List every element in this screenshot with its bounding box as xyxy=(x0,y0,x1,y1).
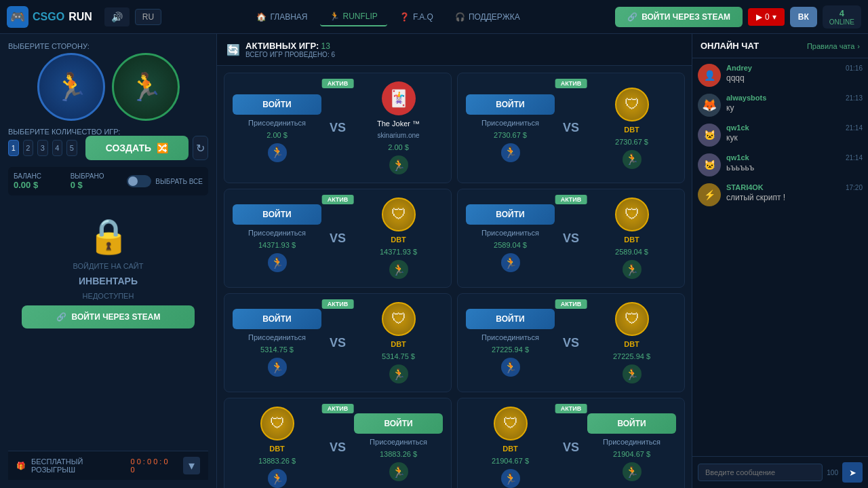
dbt-shield-7: 🛡 xyxy=(260,407,294,440)
join-btn-8r[interactable]: ВОЙТИ xyxy=(587,413,676,434)
youtube-button[interactable]: ▶ 0 ▾ xyxy=(748,8,785,26)
aktiv-badge-2: АКТИВ xyxy=(555,79,587,88)
nav-support[interactable]: 🎧 ПОДДЕРЖКА xyxy=(446,8,530,26)
left-sidebar: ВЫБЕРИТЕ СТОРОНУ: 🏃 🏃 ВЫБЕРИТЕ КОЛИЧЕСТВ… xyxy=(0,34,217,488)
chevron-right-icon: › xyxy=(857,42,860,50)
dbt-amount-5: 5314.75 $ xyxy=(382,352,415,360)
join-btn-1[interactable]: ВОЙТИ xyxy=(233,94,321,115)
join-amount-3: Присоединиться xyxy=(248,229,306,237)
game-card-3: АКТИВ ВОЙТИ Присоединиться 14371.93 $ 🏃 … xyxy=(224,189,452,288)
chat-message-2: 🦊 alwaysbots 21:13 ку xyxy=(698,94,863,117)
chat-rules-link[interactable]: Правила чата › xyxy=(807,42,860,50)
dbt-amount-6: 27225.94 $ xyxy=(613,352,650,360)
online-counter: 4 ONLINE xyxy=(823,5,861,29)
chat-username-4: qw1ck xyxy=(726,153,749,162)
count-btn-1[interactable]: 1 xyxy=(8,140,19,156)
player-icon-3r: 🏃 xyxy=(389,260,408,279)
main-layout: ВЫБЕРИТЕ СТОРОНУ: 🏃 🏃 ВЫБЕРИТЕ КОЛИЧЕСТВ… xyxy=(0,34,868,488)
send-button[interactable]: ➤ xyxy=(842,462,863,483)
logo-text: CSGO xyxy=(33,11,64,23)
count-btn-2[interactable]: 2 xyxy=(23,140,34,156)
lang-button[interactable]: RU xyxy=(135,9,161,25)
chat-time-1: 01:16 xyxy=(846,64,863,72)
join-value-6: 27225.94 $ xyxy=(492,345,529,354)
chat-input[interactable] xyxy=(698,464,823,481)
chat-message-4: 🐱 qw1ck 21:14 ьъьъьъ xyxy=(698,153,863,176)
steam-login-button[interactable]: 🔗 ВОЙТИ ЧЕРЕЗ STEAM xyxy=(615,7,743,27)
chat-msg-content-4: qw1ck 21:14 ьъьъьъ xyxy=(726,153,863,176)
side-choice: 🏃 🏃 xyxy=(8,53,208,121)
join-btn-7r[interactable]: ВОЙТИ xyxy=(354,413,443,434)
create-button[interactable]: СОЗДАТЬ 🔀 xyxy=(85,136,189,160)
avatar-joker: 🃏 xyxy=(382,81,416,115)
side-blue-btn[interactable]: 🏃 xyxy=(37,53,105,121)
aktiv-badge-4: АКТИВ xyxy=(555,195,587,204)
chat-time-2: 21:13 xyxy=(846,94,863,102)
chat-text-3: кук xyxy=(726,133,863,143)
chat-time-4: 21:14 xyxy=(846,154,863,162)
dbt-shield-6: 🛡 xyxy=(615,302,649,336)
join-btn-4[interactable]: ВОЙТИ xyxy=(466,204,555,225)
player-icon-5: 🏃 xyxy=(268,358,287,377)
join-amount-6: Присоединиться xyxy=(481,333,539,341)
player-icon-1r: 🏃 xyxy=(389,155,408,174)
player-icon-6r: 🏃 xyxy=(623,364,642,383)
nav-faq[interactable]: ❓ F.A.Q xyxy=(390,8,443,26)
player-icon-7r: 🏃 xyxy=(389,462,408,481)
inventory-sub: НЕДОСТУПЕН xyxy=(83,292,134,300)
avatar-name-1: The Joker ™ xyxy=(377,119,420,128)
count-btn-5[interactable]: 5 xyxy=(66,140,77,156)
player-icon-4: 🏃 xyxy=(501,253,520,272)
main-nav: 🏠 ГЛАВНАЯ 🏃 RUNFLIP ❓ F.A.Q 🎧 ПОДДЕРЖКА xyxy=(167,7,610,26)
send-icon: ➤ xyxy=(849,468,856,478)
join-btn-2[interactable]: ВОЙТИ xyxy=(466,94,555,115)
select-all-toggle[interactable] xyxy=(127,175,151,187)
game-right-2: 🛡 DBT 2730.67 $ 🏃 xyxy=(587,88,676,169)
chat-message-1: 👤 Andrey 01:16 qqqq xyxy=(698,64,863,87)
join-value-5: 5314.75 $ xyxy=(260,345,294,354)
refresh-center-icon: 🔄 xyxy=(226,43,240,56)
game-count-label: ВЫБЕРИТЕ КОЛИЧЕСТВО ИГР: xyxy=(8,128,208,136)
chat-username-1: Andrey xyxy=(726,64,752,72)
toggle-knob xyxy=(128,176,138,186)
join-btn-5[interactable]: ВОЙТИ xyxy=(233,309,321,329)
nav-home[interactable]: 🏠 ГЛАВНАЯ xyxy=(247,8,317,26)
runner-blue-icon: 🏃 xyxy=(54,71,88,103)
count-btn-3[interactable]: 3 xyxy=(37,140,48,156)
count-btn-4[interactable]: 4 xyxy=(52,140,63,156)
nav-runflip[interactable]: 🏃 RUNFLIP xyxy=(320,7,387,26)
vs-1: VS xyxy=(327,121,349,135)
chat-msg-content-1: Andrey 01:16 qqqq xyxy=(726,64,863,87)
side-green-btn[interactable]: 🏃 xyxy=(112,53,180,121)
sound-button[interactable]: 🔊 xyxy=(104,7,130,26)
dbt-shield-5: 🛡 xyxy=(382,302,416,336)
player-icon-7: 🏃 xyxy=(268,469,287,488)
choose-side-section: ВЫБЕРИТЕ СТОРОНУ: 🏃 🏃 xyxy=(8,42,208,121)
vs-7: VS xyxy=(327,440,349,455)
login-steam-button[interactable]: 🔗 ВОЙТИ ЧЕРЕЗ STEAM xyxy=(22,305,195,329)
join-btn-3[interactable]: ВОЙТИ xyxy=(233,204,321,225)
chat-msg-header-5: STARI4OK 17:20 xyxy=(726,183,863,191)
chat-msg-header-2: alwaysbots 21:13 xyxy=(726,94,863,102)
giveaway-collapse-btn[interactable]: ▾ xyxy=(183,457,200,474)
top-navigation: 🎮 CSGORUN 🔊 RU 🏠 ГЛАВНАЯ 🏃 RUNFLIP ❓ F.A… xyxy=(0,0,868,34)
game-right-1: 🃏 The Joker ™ skinarium.one 2.00 $ 🏃 xyxy=(354,81,443,174)
chat-avatar-5: ⚡ xyxy=(698,183,721,206)
chat-time-3: 21:14 xyxy=(846,124,863,132)
chat-title: ОНЛАЙН ЧАТ xyxy=(701,41,759,51)
game-card-4: АКТИВ ВОЙТИ Присоединиться 2589.04 $ 🏃 V… xyxy=(457,189,685,288)
chat-msg-header-3: qw1ck 21:14 xyxy=(726,124,863,132)
balance-section: БАЛАНС 0.00 $ ВЫБРАНО 0 $ ВЫБРАТЬ ВСЕ xyxy=(8,167,208,195)
lock-icon: 🔒 xyxy=(88,216,129,257)
steam-icon: 🔗 xyxy=(627,12,637,22)
dbt-label-3: DBT xyxy=(391,236,406,244)
dbt-label-6: DBT xyxy=(624,340,639,348)
game-right-5: 🛡 DBT 5314.75 $ 🏃 xyxy=(354,302,443,383)
inventory-hint: ВОЙДИТЕ НА САЙТ xyxy=(73,262,144,270)
refresh-button[interactable]: ↻ xyxy=(193,136,208,160)
vs-4: VS xyxy=(560,231,582,246)
vk-button[interactable]: ВК xyxy=(790,7,817,27)
join-btn-6[interactable]: ВОЙТИ xyxy=(466,309,555,329)
dbt-label-7: DBT xyxy=(269,445,285,453)
avatar-amount-1: 2.00 $ xyxy=(388,143,409,151)
